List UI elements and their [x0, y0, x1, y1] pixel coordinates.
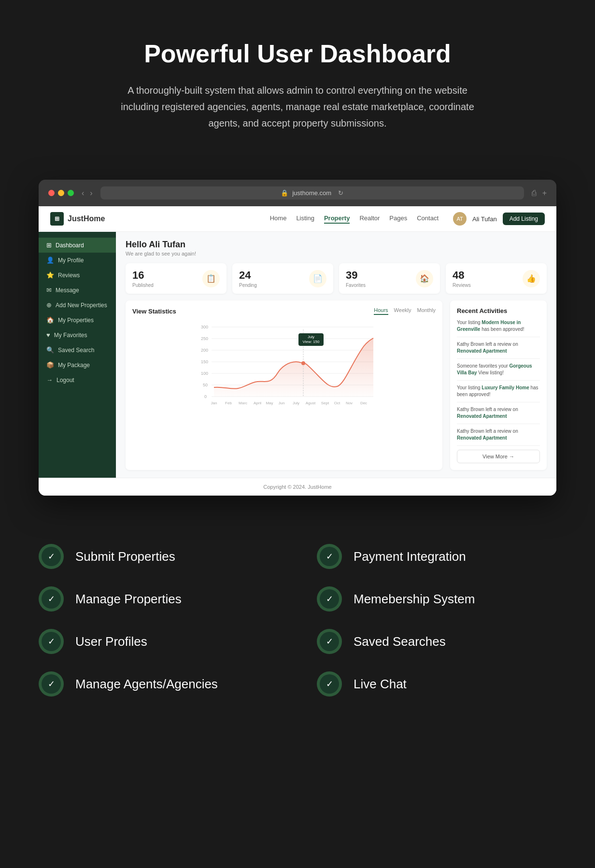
- stat-icon-published: 📋: [202, 270, 220, 287]
- website-content: ⊞ JustHome Home Listing Property Realtor…: [39, 206, 556, 496]
- browser-mockup: ‹ › 🔒 justhome.com ↻ ⎙ + ⊞ JustHome Home…: [39, 180, 556, 496]
- svg-text:200: 200: [201, 348, 208, 353]
- svg-text:July: July: [308, 335, 314, 339]
- dot-red[interactable]: [48, 190, 55, 196]
- feature-label-agents: Manage Agents/Agencies: [75, 677, 218, 692]
- site-navbar: ⊞ JustHome Home Listing Property Realtor…: [39, 206, 556, 232]
- favorites-icon: ♥: [46, 331, 50, 339]
- svg-text:Agust: Agust: [306, 401, 316, 405]
- feature-label-saved: Saved Searches: [354, 634, 446, 649]
- svg-text:Jan: Jan: [211, 401, 217, 405]
- sidebar-item-saved-search[interactable]: 🔍 Saved Search: [39, 342, 116, 357]
- stat-card-reviews: 48 Reviews 👍: [446, 263, 547, 294]
- browser-bar: ‹ › 🔒 justhome.com ↻ ⎙ +: [39, 180, 556, 206]
- logo-icon: ⊞: [50, 212, 64, 226]
- feature-check-agents: ✓: [39, 671, 64, 697]
- refresh-icon[interactable]: ↻: [338, 189, 343, 197]
- svg-text:Marc: Marc: [239, 401, 247, 405]
- activity-item-5: Kathy Brown left a review on Renovated A…: [457, 406, 540, 424]
- sidebar-item-message[interactable]: ✉ Message: [39, 283, 116, 298]
- chart-section: View Statistics Hours Weekly Monthly 300: [126, 300, 442, 470]
- browser-nav: ‹ ›: [82, 189, 93, 198]
- search-icon: 🔍: [46, 346, 54, 354]
- stat-card-pending: 24 Pending 📄: [232, 263, 333, 294]
- share-icon[interactable]: ⎙: [532, 189, 537, 198]
- stat-label-pending: Pending: [239, 283, 257, 288]
- feature-label-profiles: User Profiles: [75, 634, 147, 649]
- sidebar-item-package[interactable]: 📦 My Package: [39, 357, 116, 372]
- dashboard-layout: ⊞ Dashboard 👤 My Profile ⭐ Reviews ✉ Mes…: [39, 232, 556, 478]
- sidebar-item-dashboard[interactable]: ⊞ Dashboard: [39, 238, 116, 253]
- activity-link-1: Modern House in Greenville: [457, 320, 521, 332]
- feature-check-chat: ✓: [317, 671, 342, 697]
- nav-contact[interactable]: Contact: [417, 214, 439, 224]
- stat-card-favorites: 39 Favorites 🏠: [339, 263, 440, 294]
- chart-title: View Statistics: [132, 308, 176, 315]
- sidebar-item-profile[interactable]: 👤 My Profile: [39, 253, 116, 268]
- sidebar-item-logout[interactable]: → Logout: [39, 372, 116, 387]
- svg-text:Feb: Feb: [225, 401, 232, 405]
- dot-green[interactable]: [68, 190, 74, 196]
- chart-container: 300 250 200 150 100 50 0: [132, 320, 436, 418]
- check-icon-profiles: ✓: [42, 632, 61, 651]
- feature-label-submit: Submit Properties: [75, 549, 175, 564]
- dot-yellow[interactable]: [58, 190, 64, 196]
- svg-text:Jun: Jun: [279, 401, 285, 405]
- activity-link-2: Renovated Apartment: [457, 348, 507, 354]
- feature-check-submit: ✓: [39, 544, 64, 569]
- feature-user-profiles: ✓ User Profiles: [39, 629, 278, 654]
- welcome-title: Hello Ali Tufan: [126, 240, 547, 250]
- feature-check-saved: ✓: [317, 629, 342, 654]
- site-nav-links: Home Listing Property Realtor Pages Cont…: [270, 214, 439, 224]
- sidebar-item-my-properties[interactable]: 🏠 My Properties: [39, 313, 116, 327]
- package-icon: 📦: [46, 361, 54, 369]
- feature-payment-integration: ✓ Payment Integration: [317, 544, 556, 569]
- feature-live-chat: ✓ Live Chat: [317, 671, 556, 697]
- feature-label-chat: Live Chat: [354, 677, 407, 692]
- forward-button[interactable]: ›: [90, 189, 92, 198]
- svg-text:100: 100: [201, 371, 208, 376]
- check-icon-payment: ✓: [320, 547, 339, 566]
- chart-tab-hours[interactable]: Hours: [374, 307, 388, 315]
- svg-text:Sept: Sept: [321, 401, 329, 405]
- nav-realtor[interactable]: Realtor: [359, 214, 380, 224]
- feature-check-membership: ✓: [317, 586, 342, 612]
- new-tab-icon[interactable]: +: [542, 189, 547, 198]
- footer-text: Copyright © 2024. JustHome: [263, 484, 331, 490]
- site-nav-right: AT Ali Tufan Add Listing: [453, 212, 545, 226]
- url-text: justhome.com: [292, 189, 331, 197]
- svg-text:Dec: Dec: [360, 401, 367, 405]
- feature-check-manage: ✓: [39, 586, 64, 612]
- dashboard-icon: ⊞: [46, 242, 52, 249]
- sidebar: ⊞ Dashboard 👤 My Profile ⭐ Reviews ✉ Mes…: [39, 232, 116, 478]
- stat-card-published: 16 Published 📋: [126, 263, 227, 294]
- stat-icon-reviews: 👍: [523, 270, 540, 287]
- view-more-button[interactable]: View More →: [457, 450, 540, 463]
- svg-text:250: 250: [201, 336, 208, 341]
- nav-home[interactable]: Home: [270, 214, 287, 224]
- feature-submit-properties: ✓ Submit Properties: [39, 544, 278, 569]
- back-button[interactable]: ‹: [82, 189, 84, 198]
- sidebar-item-reviews[interactable]: ⭐ Reviews: [39, 268, 116, 283]
- check-icon-membership: ✓: [320, 589, 339, 609]
- svg-text:May: May: [266, 401, 273, 405]
- chart-tab-weekly[interactable]: Weekly: [394, 307, 411, 315]
- browser-url-bar[interactable]: 🔒 justhome.com ↻: [100, 186, 524, 199]
- nav-listing[interactable]: Listing: [296, 214, 314, 224]
- activity-link-6: Renovated Apartment: [457, 435, 507, 441]
- main-content: Hello Ali Tufan We are glad to see you a…: [116, 232, 556, 478]
- chart-tab-monthly[interactable]: Monthly: [417, 307, 436, 315]
- sidebar-item-favorites[interactable]: ♥ My Favorites: [39, 327, 116, 342]
- stat-label-published: Published: [132, 283, 154, 288]
- nav-pages[interactable]: Pages: [389, 214, 407, 224]
- stat-icon-favorites: 🏠: [416, 270, 433, 287]
- user-avatar: AT: [453, 212, 467, 226]
- add-listing-button[interactable]: Add Listing: [503, 213, 545, 225]
- nav-property[interactable]: Property: [324, 214, 350, 224]
- svg-text:July: July: [293, 401, 299, 405]
- feature-label-payment: Payment Integration: [354, 549, 466, 564]
- sidebar-label-add-properties: Add New Properties: [56, 302, 107, 309]
- sidebar-item-add-properties[interactable]: ⊕ Add New Properties: [39, 298, 116, 313]
- svg-text:50: 50: [203, 383, 208, 387]
- bottom-section: View Statistics Hours Weekly Monthly 300: [126, 300, 547, 470]
